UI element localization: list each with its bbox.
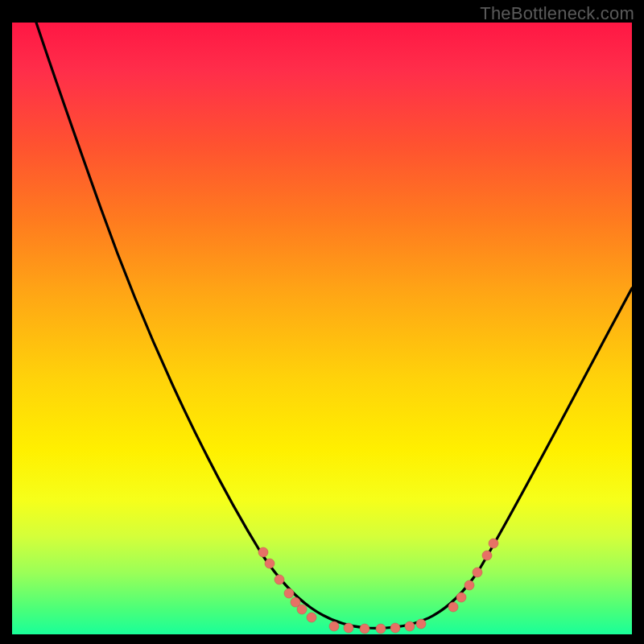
svg-point-11 xyxy=(390,623,400,633)
svg-point-7 xyxy=(329,621,339,631)
svg-point-5 xyxy=(297,605,307,614)
watermark-text: TheBottleneck.com xyxy=(480,3,634,24)
svg-point-18 xyxy=(482,551,492,560)
svg-point-16 xyxy=(464,580,474,590)
svg-point-1 xyxy=(265,559,275,568)
svg-point-19 xyxy=(489,539,498,548)
svg-point-3 xyxy=(284,588,294,598)
svg-point-0 xyxy=(258,547,268,557)
svg-point-12 xyxy=(405,621,415,631)
curve-path xyxy=(36,23,632,628)
bottleneck-curve xyxy=(12,23,632,634)
svg-point-2 xyxy=(275,575,284,584)
marker-dots-bottom xyxy=(329,619,426,634)
svg-point-9 xyxy=(360,624,369,634)
svg-point-17 xyxy=(473,568,482,577)
svg-point-8 xyxy=(344,623,353,633)
svg-point-14 xyxy=(448,602,458,612)
svg-point-13 xyxy=(416,619,426,629)
svg-point-15 xyxy=(456,592,466,602)
svg-point-10 xyxy=(376,624,386,634)
marker-dots-left xyxy=(258,547,316,622)
chart-area xyxy=(12,23,632,634)
svg-point-6 xyxy=(307,613,316,622)
